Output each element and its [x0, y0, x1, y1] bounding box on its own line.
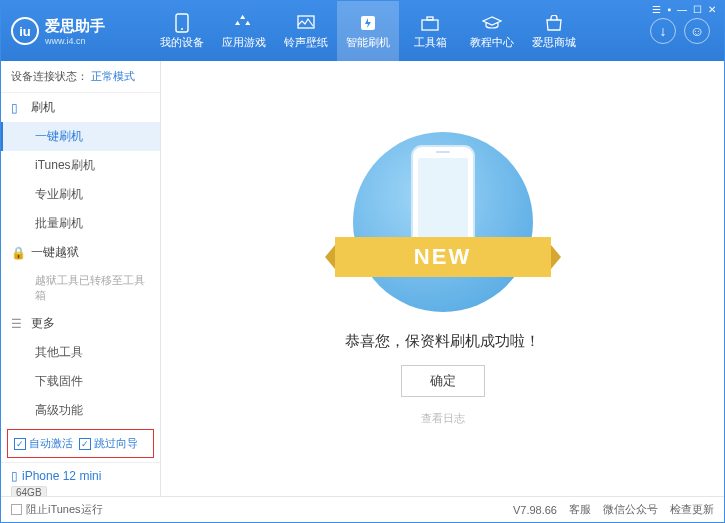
wallpaper-icon	[296, 13, 316, 33]
main-content: NEW 恭喜您，保资料刷机成功啦！ 确定 查看日志	[161, 61, 724, 496]
nav-store[interactable]: 爱思商城	[523, 1, 585, 61]
download-button[interactable]: ↓	[650, 18, 676, 44]
storage-badge: 64GB	[11, 486, 47, 496]
header-right: ↓ ☺	[650, 18, 714, 44]
logo-box: iu 爱思助手 www.i4.cn	[11, 17, 151, 46]
device-name: ▯ iPhone 12 mini	[11, 469, 150, 483]
nav-apps-games[interactable]: 应用游戏	[213, 1, 275, 61]
nav-my-device[interactable]: 我的设备	[151, 1, 213, 61]
nav-tutorial-center[interactable]: 教程中心	[461, 1, 523, 61]
check-update-link[interactable]: 检查更新	[670, 502, 714, 517]
phone-icon: ▯	[11, 469, 18, 483]
section-label: 一键越狱	[31, 244, 79, 261]
lock-icon: 🔒	[11, 246, 25, 260]
app-url: www.i4.cn	[45, 36, 105, 46]
nav-label: 爱思商城	[532, 35, 576, 50]
nav-label: 教程中心	[470, 35, 514, 50]
checkbox-label: 阻止iTunes运行	[26, 502, 103, 517]
confirm-button[interactable]: 确定	[401, 365, 485, 397]
app-title: 爱思助手	[45, 17, 105, 36]
sidebar-item-onekey-flash[interactable]: 一键刷机	[1, 122, 160, 151]
logo-icon: iu	[11, 17, 39, 45]
connection-status: 设备连接状态： 正常模式	[1, 61, 160, 93]
list-icon: ☰	[11, 317, 25, 331]
sidebar-item-jailbreak-moved: 越狱工具已转移至工具箱	[1, 267, 160, 309]
svg-rect-9	[436, 151, 450, 153]
customer-service-link[interactable]: 客服	[569, 502, 591, 517]
section-label: 刷机	[31, 99, 55, 116]
apps-icon	[234, 13, 254, 33]
conn-mode: 正常模式	[91, 70, 135, 82]
phone-icon	[172, 13, 192, 33]
store-icon	[544, 13, 564, 33]
sidebar-section-jailbreak[interactable]: 🔒 一键越狱	[1, 238, 160, 267]
menu-icon[interactable]: ☰	[652, 4, 661, 15]
view-log-link[interactable]: 查看日志	[421, 411, 465, 426]
success-illustration: NEW	[353, 132, 533, 312]
nav-label: 应用游戏	[222, 35, 266, 50]
sidebar-section-more[interactable]: ☰ 更多	[1, 309, 160, 338]
sidebar-item-itunes-flash[interactable]: iTunes刷机	[1, 151, 160, 180]
device-info[interactable]: ▯ iPhone 12 mini 64GB Down-12mini-13,1	[1, 462, 160, 496]
nav-label: 工具箱	[414, 35, 447, 50]
sidebar-item-other-tools[interactable]: 其他工具	[1, 338, 160, 367]
maximize-icon[interactable]: ☐	[693, 4, 702, 15]
flash-options: ✓自动激活 ✓跳过向导	[7, 429, 154, 458]
checkbox-label: 自动激活	[29, 436, 73, 451]
checkbox-skip-guide[interactable]: ✓跳过向导	[79, 436, 138, 451]
svg-rect-4	[422, 20, 438, 30]
grad-icon	[482, 13, 502, 33]
version-label: V7.98.66	[513, 504, 557, 516]
nav-toolbox[interactable]: 工具箱	[399, 1, 461, 61]
sidebar-item-pro-flash[interactable]: 专业刷机	[1, 180, 160, 209]
sidebar-item-advanced[interactable]: 高级功能	[1, 396, 160, 425]
logo-text: 爱思助手 www.i4.cn	[45, 17, 105, 46]
toolbox-icon	[420, 13, 440, 33]
phone-icon: ▯	[11, 101, 25, 115]
nav-label: 智能刷机	[346, 35, 390, 50]
sidebar-item-batch-flash[interactable]: 批量刷机	[1, 209, 160, 238]
settings-icon[interactable]: ▪	[667, 4, 671, 15]
nav-smart-flash[interactable]: 智能刷机	[337, 1, 399, 61]
nav-label: 铃声壁纸	[284, 35, 328, 50]
checkbox-label: 跳过向导	[94, 436, 138, 451]
svg-point-1	[181, 28, 183, 30]
sidebar-item-download-firmware[interactable]: 下载固件	[1, 367, 160, 396]
sidebar-section-flash[interactable]: ▯ 刷机	[1, 93, 160, 122]
success-message: 恭喜您，保资料刷机成功啦！	[345, 332, 540, 351]
new-ribbon: NEW	[335, 237, 551, 277]
wechat-link[interactable]: 微信公众号	[603, 502, 658, 517]
flash-icon	[358, 13, 378, 33]
nav-label: 我的设备	[160, 35, 204, 50]
user-button[interactable]: ☺	[684, 18, 710, 44]
window-controls: ☰ ▪ — ☐ ✕	[652, 4, 716, 15]
close-icon[interactable]: ✕	[708, 4, 716, 15]
nav-ringtones-wallpapers[interactable]: 铃声壁纸	[275, 1, 337, 61]
sidebar: 设备连接状态： 正常模式 ▯ 刷机 一键刷机 iTunes刷机 专业刷机 批量刷…	[1, 61, 161, 496]
section-label: 更多	[31, 315, 55, 332]
footer: 阻止iTunes运行 V7.98.66 客服 微信公众号 检查更新	[1, 496, 724, 522]
main-nav: 我的设备 应用游戏 铃声壁纸 智能刷机 工具箱 教程中心	[151, 1, 650, 61]
svg-rect-5	[427, 17, 433, 20]
checkbox-auto-activate[interactable]: ✓自动激活	[14, 436, 73, 451]
checkbox-block-itunes[interactable]: 阻止iTunes运行	[11, 502, 103, 517]
conn-label: 设备连接状态：	[11, 70, 88, 82]
minimize-icon[interactable]: —	[677, 4, 687, 15]
app-header: iu 爱思助手 www.i4.cn 我的设备 应用游戏 铃声壁纸 智能刷机	[1, 1, 724, 61]
